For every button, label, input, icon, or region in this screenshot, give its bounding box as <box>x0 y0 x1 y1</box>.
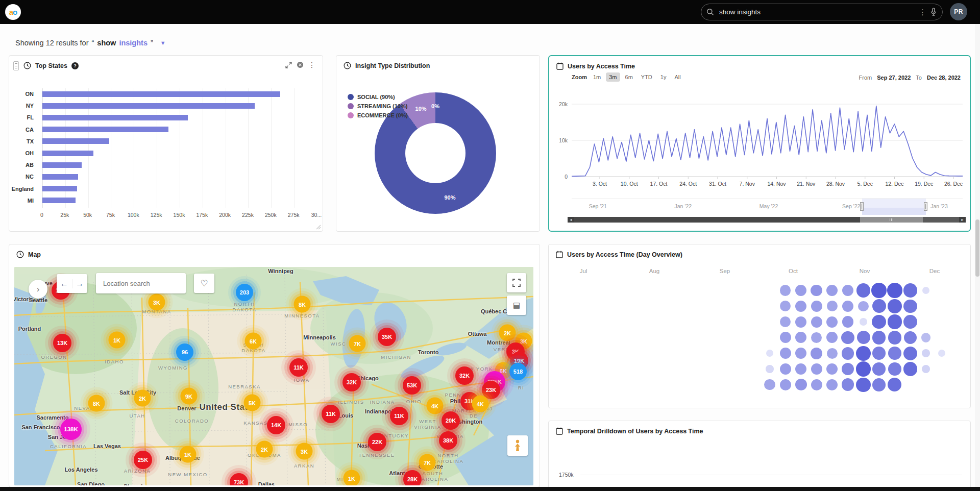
punch-circle[interactable] <box>903 347 917 360</box>
legend-item-ecommerce[interactable]: ECOMMERCE (0%) <box>348 111 408 120</box>
punch-circle[interactable] <box>780 379 791 390</box>
forward-arrow-icon[interactable]: → <box>72 279 88 288</box>
punch-circle[interactable] <box>826 379 838 390</box>
map-cluster-marker[interactable]: 96 <box>176 343 193 361</box>
map-cluster-marker[interactable]: 9K <box>181 388 198 405</box>
punch-circle[interactable] <box>938 350 945 357</box>
punch-circle[interactable] <box>826 285 838 296</box>
map-cluster-marker[interactable]: 22K <box>368 433 386 451</box>
help-icon[interactable]: ? <box>71 62 79 69</box>
map-cluster-marker[interactable]: 2K <box>134 390 151 407</box>
map-cluster-marker[interactable]: 11K <box>390 407 408 425</box>
bar[interactable] <box>42 138 109 144</box>
map-cluster-marker[interactable]: 11K <box>322 405 340 423</box>
map-cluster-marker[interactable]: 203 <box>236 284 253 301</box>
punch-circle[interactable] <box>922 349 930 357</box>
punch-circle[interactable] <box>780 316 791 327</box>
map-cluster-marker[interactable]: 53K <box>403 376 421 395</box>
chart-scrollbar[interactable]: ◄ ► <box>568 217 966 223</box>
punch-circle[interactable] <box>856 378 870 392</box>
punch-circle[interactable] <box>780 301 791 311</box>
zoom-option-all[interactable]: All <box>671 72 683 82</box>
punch-circle[interactable] <box>857 331 870 344</box>
punch-circle[interactable] <box>872 347 886 360</box>
scrollbar-left-arrow-icon[interactable]: ◄ <box>568 217 574 223</box>
map-cluster-marker[interactable]: 20K <box>442 411 460 430</box>
remove-widget-icon[interactable] <box>297 61 304 68</box>
scrollbar-thumb[interactable] <box>975 219 979 277</box>
punch-circle[interactable] <box>872 299 886 313</box>
bar[interactable] <box>42 151 93 156</box>
map-cluster-marker[interactable]: 1K <box>344 470 360 486</box>
map-cluster-marker[interactable]: 32K <box>455 366 474 385</box>
map-layers-icon[interactable]: ▤ <box>507 296 526 315</box>
punch-circle[interactable] <box>827 348 838 359</box>
punch-circle[interactable] <box>888 362 901 376</box>
scrollbar-right-arrow-icon[interactable]: ► <box>959 217 966 223</box>
punch-circle[interactable] <box>827 301 838 311</box>
legend-item-social[interactable]: SOCIAL (90%) <box>348 92 408 102</box>
map-cluster-marker[interactable]: 38K <box>439 431 457 450</box>
results-dropdown-caret-icon[interactable]: ▼ <box>160 40 166 46</box>
map-cluster-marker[interactable]: 8K <box>88 395 105 412</box>
map-location-search[interactable] <box>96 273 186 293</box>
scrollbar-track[interactable] <box>574 217 959 223</box>
punch-circle[interactable] <box>842 363 854 376</box>
map-cluster-marker[interactable]: 518 <box>509 363 527 380</box>
bar[interactable] <box>42 162 82 168</box>
navigator-right-handle[interactable] <box>924 202 927 211</box>
search-input[interactable] <box>718 8 915 16</box>
punch-circle[interactable] <box>888 378 901 391</box>
map-cluster-marker[interactable]: 2K <box>499 325 516 341</box>
map-fullscreen-icon[interactable] <box>507 273 526 292</box>
microphone-icon[interactable] <box>930 8 937 16</box>
page-vertical-scrollbar[interactable] <box>975 24 980 487</box>
punch-circle[interactable] <box>811 316 822 328</box>
map-cluster-marker[interactable]: 1K <box>180 446 197 463</box>
punch-circle[interactable] <box>826 316 838 328</box>
punch-circle[interactable] <box>826 332 838 343</box>
punch-circle[interactable] <box>795 316 806 328</box>
punch-circle[interactable] <box>904 331 917 345</box>
kebab-menu-icon[interactable]: ⋮ <box>308 61 315 69</box>
bar[interactable] <box>42 186 77 191</box>
bar[interactable] <box>42 103 255 109</box>
punch-circle[interactable] <box>811 363 822 375</box>
punch-circle[interactable] <box>888 347 901 360</box>
punch-circle[interactable] <box>842 316 854 328</box>
map-cluster-marker[interactable]: 4K <box>427 398 444 414</box>
punch-circle[interactable] <box>842 378 854 391</box>
expand-icon[interactable] <box>285 62 292 68</box>
punch-circle[interactable] <box>903 362 918 376</box>
punch-circle[interactable] <box>888 299 902 313</box>
punch-circle[interactable] <box>860 318 867 325</box>
punch-circle[interactable] <box>811 332 822 343</box>
punch-circle[interactable] <box>780 348 791 359</box>
zoom-option-1m[interactable]: 1m <box>590 72 604 82</box>
punch-circle[interactable] <box>921 333 930 342</box>
zoom-option-6m[interactable]: 6m <box>622 72 636 82</box>
punch-circle[interactable] <box>766 350 773 357</box>
punch-circle[interactable] <box>795 332 806 343</box>
punch-circle[interactable] <box>872 315 886 329</box>
punch-circle[interactable] <box>795 379 807 390</box>
punch-circle[interactable] <box>811 379 822 390</box>
navigator-selected-range[interactable] <box>862 199 926 215</box>
bar[interactable] <box>42 198 76 203</box>
punch-circle[interactable] <box>795 285 806 296</box>
punch-circle[interactable] <box>811 301 822 312</box>
back-arrow-icon[interactable]: ← <box>57 279 72 288</box>
punch-circle[interactable] <box>780 332 791 343</box>
map-cluster-marker[interactable]: 2K <box>256 441 273 458</box>
punch-circle[interactable] <box>795 363 806 375</box>
punch-circle[interactable] <box>842 301 853 312</box>
punch-circle[interactable] <box>811 348 822 359</box>
punch-circle[interactable] <box>903 300 917 313</box>
punch-circle[interactable] <box>811 285 822 297</box>
punch-circle[interactable] <box>842 285 853 296</box>
punch-circle[interactable] <box>903 315 917 329</box>
zoom-option-ytd[interactable]: YTD <box>638 72 655 82</box>
bar[interactable] <box>42 115 188 120</box>
punch-circle[interactable] <box>764 379 775 390</box>
punch-circle[interactable] <box>888 314 902 329</box>
